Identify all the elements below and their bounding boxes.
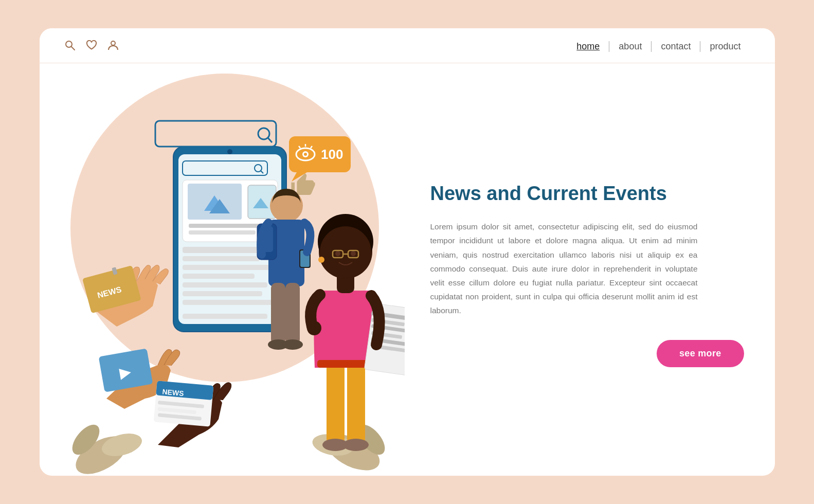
header-icons [64, 40, 119, 53]
see-more-button[interactable]: see more [657, 340, 744, 367]
right-content: News and Current Events Lorem ipsum dolo… [410, 63, 775, 476]
svg-rect-33 [183, 314, 267, 319]
svg-rect-65 [347, 363, 365, 445]
illustration-area: 100 NEWS [40, 63, 410, 476]
svg-point-38 [304, 153, 307, 156]
svg-rect-32 [183, 300, 275, 305]
svg-rect-64 [327, 363, 345, 445]
svg-point-0 [66, 41, 72, 47]
page-card: home about contact product [40, 28, 775, 476]
svg-rect-23 [189, 230, 256, 235]
svg-rect-61 [285, 283, 300, 345]
svg-line-1 [71, 47, 75, 50]
svg-rect-30 [183, 282, 267, 287]
nav-links: home about contact product [567, 41, 750, 52]
search-icon[interactable] [64, 40, 76, 53]
svg-point-67 [343, 439, 369, 451]
svg-point-16 [258, 128, 269, 139]
svg-rect-28 [183, 265, 270, 270]
heart-icon[interactable] [86, 40, 97, 53]
svg-text:100: 100 [321, 147, 343, 162]
nav-product[interactable]: product [700, 41, 750, 52]
header: home about contact product [40, 28, 775, 63]
nav-home[interactable]: home [567, 41, 609, 52]
svg-point-80 [320, 226, 371, 278]
page-title: News and Current Events [430, 182, 744, 206]
svg-rect-27 [183, 256, 260, 261]
svg-point-82 [351, 251, 356, 256]
svg-point-81 [335, 251, 340, 256]
svg-line-17 [268, 138, 272, 142]
user-icon[interactable] [107, 40, 119, 53]
nav-about[interactable]: about [609, 41, 652, 52]
svg-point-11 [227, 149, 232, 154]
nav-contact[interactable]: contact [652, 41, 700, 52]
svg-point-2 [111, 41, 115, 45]
svg-point-86 [318, 257, 324, 263]
main-content: 100 NEWS [40, 63, 775, 476]
page-description: Lorem ipsum dolor sit amet, consectetur … [430, 220, 698, 317]
svg-point-63 [282, 339, 303, 350]
svg-rect-29 [183, 274, 255, 279]
svg-rect-31 [183, 291, 262, 296]
svg-rect-60 [271, 283, 285, 345]
illustration: 100 NEWS [55, 85, 405, 476]
svg-point-76 [307, 321, 321, 335]
